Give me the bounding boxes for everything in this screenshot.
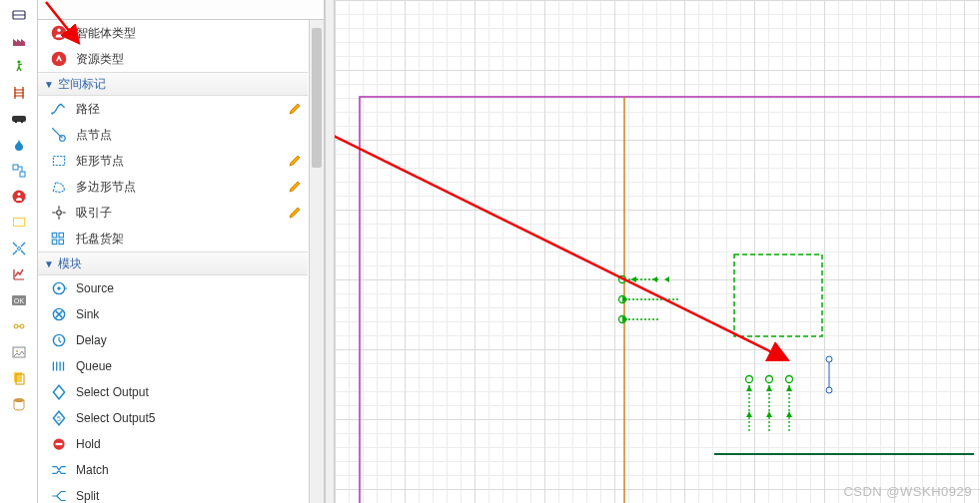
- toolbar-icon-rail[interactable]: [5, 80, 33, 106]
- svg-point-7: [17, 193, 20, 196]
- palette-item-split[interactable]: Split: [38, 483, 308, 503]
- palette-item-poly-node[interactable]: 多边形节点: [38, 174, 308, 200]
- pencil-icon: [288, 180, 302, 194]
- palette-item-resource-type[interactable]: 资源类型: [38, 46, 308, 72]
- select-output5-icon: 5: [50, 409, 68, 427]
- palette-label: Delay: [76, 333, 302, 347]
- delay-icon: [50, 331, 68, 349]
- watermark: CSDN @WSKH0929: [843, 484, 972, 499]
- svg-point-23: [51, 112, 53, 114]
- pencil-icon: [288, 154, 302, 168]
- toolbar-icon-ok[interactable]: OK: [5, 287, 33, 313]
- palette-item-attractor[interactable]: 吸引子: [38, 200, 308, 226]
- svg-point-19: [14, 398, 24, 402]
- palette-item-pallet-rack[interactable]: 托盘货架: [38, 226, 308, 252]
- palette-label: Split: [76, 489, 302, 503]
- svg-rect-37: [56, 443, 63, 445]
- canvas-overlay: [335, 0, 980, 503]
- palette-item-rect-node[interactable]: 矩形节点: [38, 148, 308, 174]
- rect-node-dashed[interactable]: [734, 254, 822, 336]
- palette-searchbar[interactable]: [38, 0, 324, 20]
- svg-point-43: [786, 376, 793, 383]
- rect-node-icon: [50, 152, 68, 170]
- palette-label: 点节点: [76, 127, 302, 144]
- svg-point-3: [20, 121, 22, 123]
- palette-label: 托盘货架: [76, 231, 302, 248]
- sink-icon: [50, 305, 68, 323]
- palette-item-match[interactable]: Match: [38, 457, 308, 483]
- palette-item-queue[interactable]: Queue: [38, 353, 308, 379]
- svg-rect-30: [59, 240, 64, 245]
- toolbar-icon-space[interactable]: [5, 236, 33, 261]
- svg-rect-25: [53, 157, 64, 166]
- svg-point-22: [52, 52, 67, 67]
- section-blocks[interactable]: ▼ 模块: [38, 252, 308, 275]
- toolbar-icon-road[interactable]: [5, 106, 33, 132]
- palette-item-sink[interactable]: Sink: [38, 301, 308, 327]
- svg-point-44: [826, 356, 832, 362]
- palette-item-source[interactable]: Source: [38, 275, 308, 301]
- svg-rect-28: [59, 233, 64, 238]
- annotation-arrow-main: [335, 8, 786, 359]
- toolbar-icon-systemdynamics[interactable]: [5, 158, 33, 184]
- svg-rect-5: [20, 172, 25, 177]
- palette-item-select-output[interactable]: Select Output: [38, 379, 308, 405]
- scrollbar-thumb[interactable]: [312, 28, 322, 168]
- svg-point-6: [12, 191, 25, 204]
- palette-item-delay[interactable]: Delay: [38, 327, 308, 353]
- attractor-group-top[interactable]: [619, 276, 679, 323]
- toolbar-icon-agent[interactable]: [5, 184, 33, 210]
- svg-point-26: [57, 211, 62, 216]
- toolbar-icon-presentation[interactable]: [5, 210, 33, 236]
- svg-point-20: [52, 26, 67, 41]
- svg-text:OK: OK: [13, 297, 23, 304]
- triangle-down-icon: ▼: [44, 79, 54, 90]
- source-icon: [50, 279, 68, 297]
- palette-scrollbar[interactable]: [309, 20, 324, 503]
- toolbar-icon-factory[interactable]: [5, 28, 33, 54]
- path-segment[interactable]: [826, 356, 832, 393]
- svg-rect-27: [52, 233, 57, 238]
- svg-point-2: [14, 121, 16, 123]
- attractor-icon: [50, 204, 68, 222]
- match-icon: [50, 461, 68, 479]
- select-output-icon: [50, 383, 68, 401]
- attractor-group-bottom[interactable]: [746, 376, 793, 434]
- toolbar-icon-connectivity[interactable]: [5, 313, 33, 339]
- poly-node-icon: [50, 178, 68, 196]
- svg-point-46: [826, 387, 832, 393]
- palette-label: 矩形节点: [76, 153, 288, 170]
- palette-item-select-output5[interactable]: 5 Select Output5: [38, 405, 308, 431]
- toolbar-icon-process[interactable]: [5, 2, 33, 28]
- toolbar-icon-analysis[interactable]: [5, 261, 33, 287]
- toolbar-icon-pedestrian[interactable]: [5, 54, 33, 80]
- palette-label: Sink: [76, 307, 302, 321]
- toolbar-icon-external[interactable]: [5, 365, 33, 391]
- svg-point-41: [746, 376, 753, 383]
- section-space-markup[interactable]: ▼ 空间标记: [38, 72, 308, 96]
- toolbar-icon-pictures[interactable]: [5, 339, 33, 365]
- vertical-splitter[interactable]: [325, 0, 335, 503]
- toolbar-icon-database[interactable]: [5, 391, 33, 417]
- svg-point-10: [17, 248, 20, 251]
- svg-text:5: 5: [57, 415, 61, 422]
- palette-item-point-node[interactable]: 点节点: [38, 122, 308, 148]
- toolbar-icon-fluid[interactable]: [5, 132, 33, 158]
- palette-item-hold[interactable]: Hold: [38, 431, 308, 457]
- split-icon: [50, 487, 68, 503]
- pencil-icon: [288, 206, 302, 220]
- palette-label: 资源类型: [76, 51, 302, 68]
- svg-point-42: [766, 376, 773, 383]
- palette-label: 多边形节点: [76, 179, 288, 196]
- point-node-icon: [50, 126, 68, 144]
- palette-item-path[interactable]: 路径: [38, 96, 308, 122]
- editor-canvas[interactable]: CSDN @WSKH0929: [335, 0, 980, 503]
- palette-label: Match: [76, 463, 302, 477]
- icon-toolbar: OK: [0, 0, 38, 503]
- section-label: 空间标记: [58, 76, 106, 93]
- triangle-down-icon: ▼: [44, 258, 54, 269]
- palette-item-agent-type[interactable]: 智能体类型: [38, 20, 308, 46]
- section-label: 模块: [58, 255, 82, 272]
- svg-rect-4: [13, 165, 18, 170]
- palette-label: Hold: [76, 437, 302, 451]
